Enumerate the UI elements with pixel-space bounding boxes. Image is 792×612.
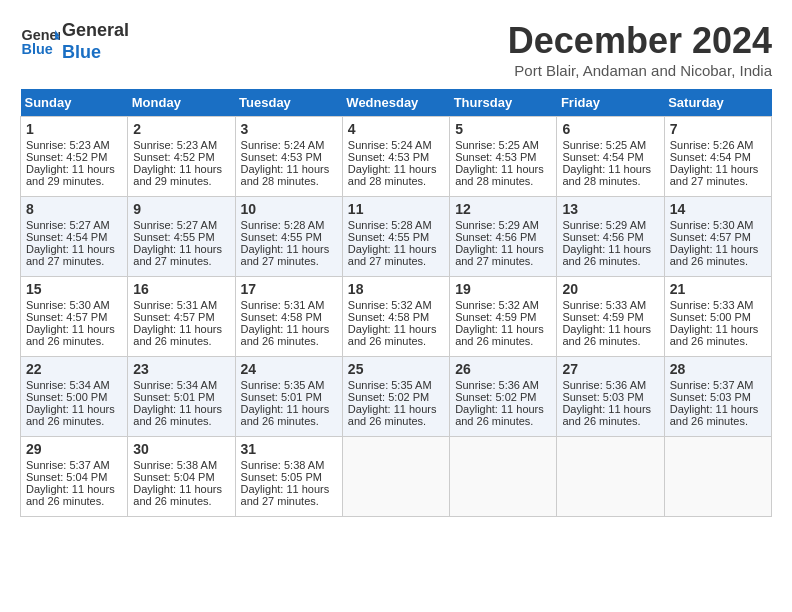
day-number: 27 — [562, 361, 658, 377]
sunrise-text: Sunrise: 5:27 AM — [133, 219, 217, 231]
table-row: 16Sunrise: 5:31 AMSunset: 4:57 PMDayligh… — [128, 277, 235, 357]
sunrise-text: Sunrise: 5:25 AM — [455, 139, 539, 151]
sunset-text: Sunset: 4:54 PM — [26, 231, 107, 243]
table-row: 10Sunrise: 5:28 AMSunset: 4:55 PMDayligh… — [235, 197, 342, 277]
daylight-text: Daylight: 11 hours and 29 minutes. — [26, 163, 115, 187]
daylight-text: Daylight: 11 hours and 27 minutes. — [26, 243, 115, 267]
sunrise-text: Sunrise: 5:37 AM — [26, 459, 110, 471]
table-row: 31Sunrise: 5:38 AMSunset: 5:05 PMDayligh… — [235, 437, 342, 517]
daylight-text: Daylight: 11 hours and 27 minutes. — [455, 243, 544, 267]
table-row: 5Sunrise: 5:25 AMSunset: 4:53 PMDaylight… — [450, 117, 557, 197]
sunrise-text: Sunrise: 5:24 AM — [241, 139, 325, 151]
sunrise-text: Sunrise: 5:35 AM — [241, 379, 325, 391]
sunset-text: Sunset: 4:58 PM — [348, 311, 429, 323]
day-number: 16 — [133, 281, 229, 297]
day-number: 1 — [26, 121, 122, 137]
daylight-text: Daylight: 11 hours and 28 minutes. — [562, 163, 651, 187]
calendar-week-row: 1Sunrise: 5:23 AMSunset: 4:52 PMDaylight… — [21, 117, 772, 197]
logo-line1: General — [62, 20, 129, 42]
daylight-text: Daylight: 11 hours and 28 minutes. — [241, 163, 330, 187]
daylight-text: Daylight: 11 hours and 26 minutes. — [26, 403, 115, 427]
location-subtitle: Port Blair, Andaman and Nicobar, India — [508, 62, 772, 79]
table-row: 8Sunrise: 5:27 AMSunset: 4:54 PMDaylight… — [21, 197, 128, 277]
day-number: 14 — [670, 201, 766, 217]
day-number: 30 — [133, 441, 229, 457]
sunrise-text: Sunrise: 5:33 AM — [562, 299, 646, 311]
sunset-text: Sunset: 4:55 PM — [241, 231, 322, 243]
table-row: 4Sunrise: 5:24 AMSunset: 4:53 PMDaylight… — [342, 117, 449, 197]
table-row: 18Sunrise: 5:32 AMSunset: 4:58 PMDayligh… — [342, 277, 449, 357]
svg-text:Blue: Blue — [22, 41, 53, 57]
table-row: 24Sunrise: 5:35 AMSunset: 5:01 PMDayligh… — [235, 357, 342, 437]
calendar-header-row: Sunday Monday Tuesday Wednesday Thursday… — [21, 89, 772, 117]
daylight-text: Daylight: 11 hours and 26 minutes. — [348, 323, 437, 347]
table-row: 15Sunrise: 5:30 AMSunset: 4:57 PMDayligh… — [21, 277, 128, 357]
table-row: 26Sunrise: 5:36 AMSunset: 5:02 PMDayligh… — [450, 357, 557, 437]
sunrise-text: Sunrise: 5:30 AM — [670, 219, 754, 231]
daylight-text: Daylight: 11 hours and 26 minutes. — [241, 323, 330, 347]
day-number: 15 — [26, 281, 122, 297]
page-header: General Blue General Blue December 2024 … — [20, 20, 772, 79]
calendar-week-row: 15Sunrise: 5:30 AMSunset: 4:57 PMDayligh… — [21, 277, 772, 357]
day-number: 20 — [562, 281, 658, 297]
sunrise-text: Sunrise: 5:31 AM — [241, 299, 325, 311]
sunrise-text: Sunrise: 5:34 AM — [26, 379, 110, 391]
table-row: 6Sunrise: 5:25 AMSunset: 4:54 PMDaylight… — [557, 117, 664, 197]
table-row: 29Sunrise: 5:37 AMSunset: 5:04 PMDayligh… — [21, 437, 128, 517]
sunset-text: Sunset: 4:53 PM — [241, 151, 322, 163]
sunrise-text: Sunrise: 5:29 AM — [562, 219, 646, 231]
sunrise-text: Sunrise: 5:28 AM — [348, 219, 432, 231]
logo-icon: General Blue — [20, 22, 60, 62]
daylight-text: Daylight: 11 hours and 28 minutes. — [455, 163, 544, 187]
sunset-text: Sunset: 4:59 PM — [455, 311, 536, 323]
daylight-text: Daylight: 11 hours and 26 minutes. — [670, 323, 759, 347]
sunset-text: Sunset: 4:53 PM — [348, 151, 429, 163]
sunrise-text: Sunrise: 5:33 AM — [670, 299, 754, 311]
daylight-text: Daylight: 11 hours and 26 minutes. — [133, 403, 222, 427]
day-number: 6 — [562, 121, 658, 137]
sunset-text: Sunset: 5:04 PM — [133, 471, 214, 483]
daylight-text: Daylight: 11 hours and 27 minutes. — [133, 243, 222, 267]
logo: General Blue General Blue — [20, 20, 129, 63]
sunrise-text: Sunrise: 5:35 AM — [348, 379, 432, 391]
sunrise-text: Sunrise: 5:23 AM — [133, 139, 217, 151]
daylight-text: Daylight: 11 hours and 26 minutes. — [455, 403, 544, 427]
sunset-text: Sunset: 4:54 PM — [670, 151, 751, 163]
day-number: 12 — [455, 201, 551, 217]
sunset-text: Sunset: 4:55 PM — [133, 231, 214, 243]
table-row: 1Sunrise: 5:23 AMSunset: 4:52 PMDaylight… — [21, 117, 128, 197]
table-row: 20Sunrise: 5:33 AMSunset: 4:59 PMDayligh… — [557, 277, 664, 357]
daylight-text: Daylight: 11 hours and 27 minutes. — [241, 243, 330, 267]
day-number: 29 — [26, 441, 122, 457]
day-number: 23 — [133, 361, 229, 377]
daylight-text: Daylight: 11 hours and 28 minutes. — [348, 163, 437, 187]
day-number: 18 — [348, 281, 444, 297]
col-saturday: Saturday — [664, 89, 771, 117]
daylight-text: Daylight: 11 hours and 26 minutes. — [133, 323, 222, 347]
sunset-text: Sunset: 5:03 PM — [562, 391, 643, 403]
table-row: 17Sunrise: 5:31 AMSunset: 4:58 PMDayligh… — [235, 277, 342, 357]
day-number: 7 — [670, 121, 766, 137]
col-friday: Friday — [557, 89, 664, 117]
daylight-text: Daylight: 11 hours and 26 minutes. — [26, 323, 115, 347]
calendar-week-row: 22Sunrise: 5:34 AMSunset: 5:00 PMDayligh… — [21, 357, 772, 437]
day-number: 25 — [348, 361, 444, 377]
col-thursday: Thursday — [450, 89, 557, 117]
daylight-text: Daylight: 11 hours and 27 minutes. — [241, 483, 330, 507]
sunrise-text: Sunrise: 5:27 AM — [26, 219, 110, 231]
sunset-text: Sunset: 4:52 PM — [133, 151, 214, 163]
daylight-text: Daylight: 11 hours and 26 minutes. — [562, 323, 651, 347]
sunset-text: Sunset: 5:00 PM — [670, 311, 751, 323]
daylight-text: Daylight: 11 hours and 26 minutes. — [26, 483, 115, 507]
day-number: 28 — [670, 361, 766, 377]
day-number: 9 — [133, 201, 229, 217]
day-number: 17 — [241, 281, 337, 297]
day-number: 21 — [670, 281, 766, 297]
table-row: 9Sunrise: 5:27 AMSunset: 4:55 PMDaylight… — [128, 197, 235, 277]
sunset-text: Sunset: 5:02 PM — [348, 391, 429, 403]
day-number: 31 — [241, 441, 337, 457]
day-number: 10 — [241, 201, 337, 217]
month-title: December 2024 — [508, 20, 772, 62]
daylight-text: Daylight: 11 hours and 26 minutes. — [455, 323, 544, 347]
col-monday: Monday — [128, 89, 235, 117]
